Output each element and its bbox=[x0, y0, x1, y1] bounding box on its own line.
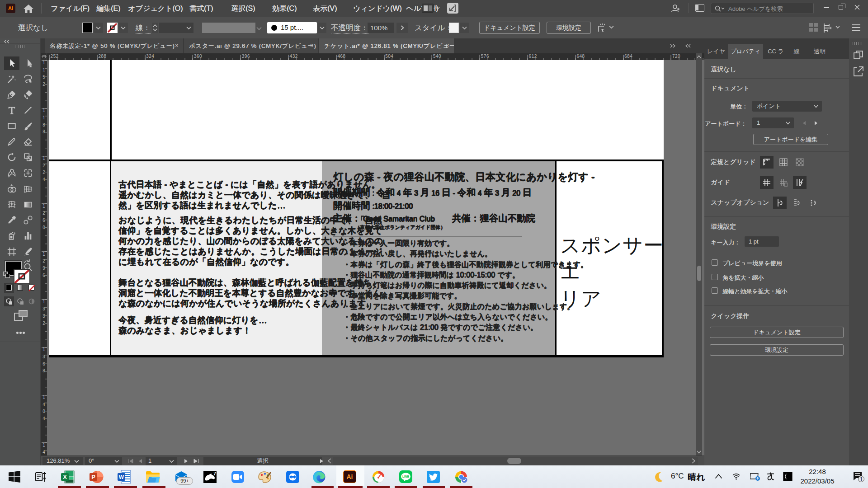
svg-text:LINE: LINE bbox=[402, 475, 409, 478]
svg-text:X: X bbox=[63, 474, 67, 480]
svg-text:P: P bbox=[91, 474, 95, 480]
svg-text:1: 1 bbox=[860, 476, 863, 483]
svg-text:W: W bbox=[119, 474, 124, 480]
